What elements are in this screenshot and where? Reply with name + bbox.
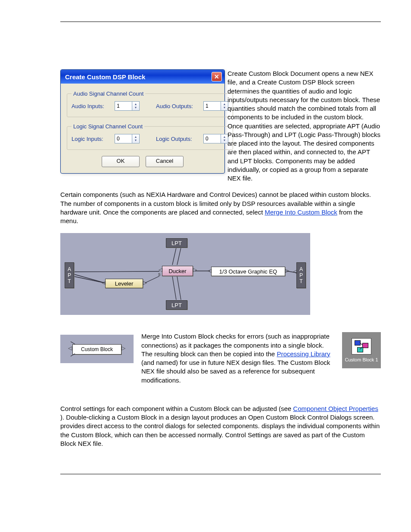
logic-signal-group: Logic Signal Channel Count Logic Inputs:…	[67, 123, 233, 150]
paragraph-4: Control settings for each component with…	[60, 404, 381, 448]
footer-rule	[60, 474, 381, 474]
header-rule	[60, 22, 381, 22]
create-custom-dsp-dialog: Create Custom DSP Block ✕ Audio Signal C…	[60, 69, 225, 174]
audio-outputs-label: Audio Outputs:	[156, 103, 197, 109]
audio-group-legend: Audio Signal Channel Count	[72, 90, 145, 97]
custom-block-thumbnail-right: Custom Block 1	[342, 332, 381, 368]
component-object-properties-link[interactable]: Component Object Properties	[293, 405, 378, 412]
dialog-title: Create Custom DSP Block	[65, 73, 145, 81]
audio-signal-group: Audio Signal Channel Count Audio Inputs:…	[67, 90, 233, 117]
intro-paragraph: Create Custom Block Document opens a new…	[227, 69, 381, 183]
logic-outputs-stepper[interactable]: 0 ▴▾	[203, 134, 228, 143]
paragraph-3: Merge Into Custom Block checks for error…	[141, 332, 334, 385]
graphic-eq-block: 1/3 Octave Graphic EQ	[211, 267, 285, 276]
leveler-block: Leveler	[105, 279, 143, 288]
logic-inputs-label: Logic Inputs:	[72, 136, 109, 142]
logic-inputs-stepper[interactable]: 0 ▴▾	[115, 134, 140, 143]
apt-right-block: APT	[296, 262, 306, 288]
lpt-top-block: LPT	[166, 238, 187, 248]
custom-block-icon	[352, 338, 371, 355]
custom-block-icon-label: Custom Block 1	[345, 357, 378, 362]
logic-outputs-label: Logic Outputs:	[156, 136, 197, 142]
audio-outputs-stepper[interactable]: 1 ▴▾	[203, 101, 228, 111]
paragraph-2: Certain components (such as NEXIA Hardwa…	[60, 190, 381, 225]
close-icon[interactable]: ✕	[212, 72, 222, 81]
processing-library-link[interactable]: Processing Library	[277, 350, 330, 358]
custom-block-thumbnail-left: ◁ Custom Block ▷	[60, 335, 134, 363]
dialog-titlebar: Create Custom DSP Block ✕	[61, 70, 224, 84]
lpt-bottom-block: LPT	[166, 300, 187, 310]
ok-button[interactable]: OK	[102, 156, 140, 167]
merge-into-custom-block-link[interactable]: Merge Into Custom Block	[265, 208, 337, 216]
logic-group-legend: Logic Signal Channel Count	[72, 123, 144, 130]
ducker-block: Ducker s	[162, 266, 193, 276]
cancel-button[interactable]: Cancel	[146, 156, 184, 167]
apt-left-block: APT	[65, 262, 74, 288]
audio-inputs-stepper[interactable]: 1 ▴▾	[115, 101, 140, 111]
signal-flow-diagram: APT APT LPT LPT Leveler Ducker s 1/3 Oct…	[60, 233, 310, 315]
audio-inputs-label: Audio Inputs:	[72, 103, 109, 109]
